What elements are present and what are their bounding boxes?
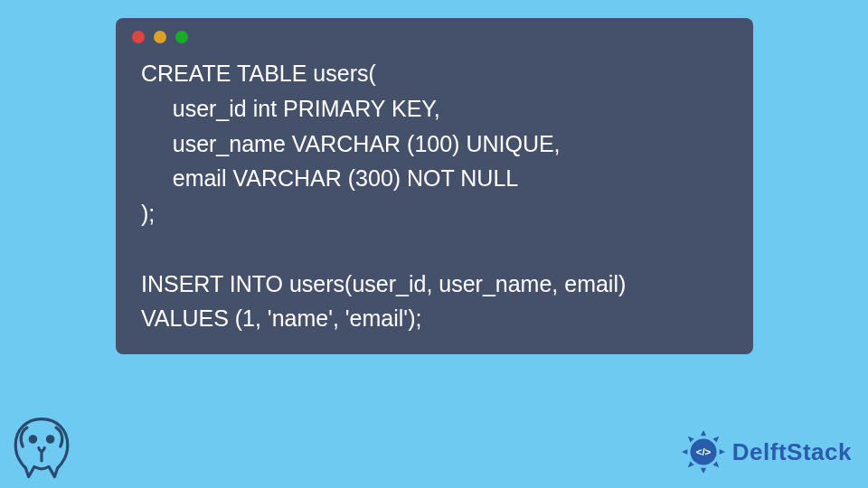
delftstack-logo: </> DelftStack bbox=[680, 428, 852, 475]
delftstack-gear-icon: </> bbox=[680, 428, 727, 475]
svg-marker-8 bbox=[712, 436, 719, 443]
window-titlebar bbox=[116, 18, 753, 56]
delftstack-text: DelftStack bbox=[732, 438, 852, 466]
svg-marker-6 bbox=[720, 449, 725, 455]
svg-marker-3 bbox=[701, 430, 706, 436]
maximize-icon[interactable] bbox=[175, 31, 188, 43]
svg-text:</>: </> bbox=[696, 446, 712, 457]
svg-marker-9 bbox=[688, 461, 694, 467]
svg-point-0 bbox=[30, 436, 35, 442]
code-window: CREATE TABLE users( user_id int PRIMARY … bbox=[116, 18, 753, 354]
svg-marker-4 bbox=[701, 468, 706, 474]
code-block: CREATE TABLE users( user_id int PRIMARY … bbox=[116, 56, 753, 336]
minimize-icon[interactable] bbox=[154, 31, 166, 43]
svg-marker-7 bbox=[688, 436, 694, 443]
postgresql-elephant-icon bbox=[5, 410, 78, 483]
close-icon[interactable] bbox=[132, 31, 145, 43]
svg-marker-5 bbox=[682, 449, 687, 455]
svg-marker-10 bbox=[712, 461, 719, 467]
svg-point-1 bbox=[47, 436, 52, 442]
